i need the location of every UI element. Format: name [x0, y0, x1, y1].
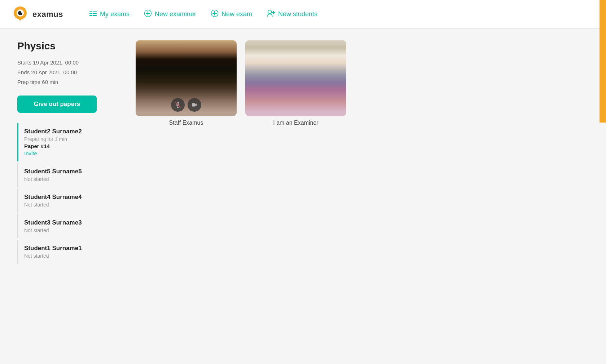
- student-item[interactable]: Student5 Surname5 Not started: [17, 163, 118, 187]
- student-info: Student2 Surname2 Preparing for 1 min Pa…: [24, 128, 82, 156]
- video-label-staff: Staff Examus: [169, 120, 203, 126]
- student-info: Student4 Surname4 Not started: [24, 194, 82, 208]
- video-card-staff: Staff Examus: [136, 40, 237, 126]
- plus-circle-examiner-icon: [144, 9, 152, 19]
- student-item[interactable]: Student3 Surname3 Not started: [17, 214, 118, 238]
- video-box-examiner: [245, 40, 346, 116]
- nav: My exams New examiner New: [83, 6, 323, 22]
- orange-sidebar-bar: [600, 0, 606, 123]
- nav-my-exams-label: My exams: [100, 10, 129, 18]
- student-status: Not started: [24, 176, 82, 182]
- video-grid: Staff Examus I am an Examiner: [136, 40, 589, 126]
- student-invite[interactable]: Invite: [24, 150, 82, 156]
- student-status: Not started: [24, 227, 82, 233]
- video-card-examiner: I am an Examiner: [245, 40, 346, 126]
- nav-new-exam-label: New exam: [221, 10, 252, 18]
- person-plus-icon: [267, 9, 275, 19]
- student-status: Not started: [24, 202, 82, 208]
- nav-new-examiner[interactable]: New examiner: [138, 6, 202, 22]
- video-controls-staff: [171, 98, 201, 112]
- exam-prep-time: Prep time 60 min: [17, 77, 118, 87]
- logo[interactable]: examus: [12, 6, 63, 23]
- student-info: Student3 Surname3 Not started: [24, 219, 82, 233]
- list-icon: [89, 9, 97, 19]
- header: examus My exams: [0, 0, 606, 29]
- student-info: Student1 Surname1 Not started: [24, 245, 82, 259]
- camera-button[interactable]: [188, 98, 201, 112]
- sidebar: Physics Starts 19 Apr 2021, 00:00 Ends 2…: [17, 40, 118, 352]
- logo-text: examus: [32, 10, 63, 19]
- student-list: Student2 Surname2 Preparing for 1 min Pa…: [17, 123, 118, 265]
- video-feed-examiner: [245, 40, 346, 116]
- nav-my-exams[interactable]: My exams: [83, 6, 135, 22]
- video-box-staff: [136, 40, 237, 116]
- student-info: Student5 Surname5 Not started: [24, 168, 82, 182]
- student-status: Preparing for 1 min: [24, 136, 82, 142]
- student-item[interactable]: Student1 Surname1 Not started: [17, 240, 118, 264]
- exam-title: Physics: [17, 40, 118, 52]
- svg-point-16: [268, 10, 272, 14]
- exam-info: Starts 19 Apr 2021, 00:00 Ends 20 Apr 20…: [17, 58, 118, 87]
- nav-new-examiner-label: New examiner: [155, 10, 196, 18]
- student-item[interactable]: Student2 Surname2 Preparing for 1 min Pa…: [17, 123, 118, 161]
- nav-new-exam[interactable]: New exam: [205, 6, 258, 22]
- student-name: Student3 Surname3: [24, 219, 82, 226]
- give-papers-button[interactable]: Give out papers: [17, 96, 97, 113]
- student-item[interactable]: Student4 Surname4 Not started: [17, 188, 118, 213]
- student-name: Student5 Surname5: [24, 168, 82, 175]
- video-label-examiner: I am an Examiner: [273, 120, 318, 126]
- mic-muted-icon: [175, 102, 181, 108]
- student-name: Student4 Surname4: [24, 194, 82, 201]
- student-paper: Paper #14: [24, 143, 82, 149]
- student-status: Not started: [24, 253, 82, 259]
- nav-new-students[interactable]: New students: [261, 6, 323, 22]
- camera-icon: [191, 102, 198, 108]
- video-area: Staff Examus I am an Examiner: [136, 40, 589, 352]
- svg-point-3: [21, 11, 22, 13]
- exam-ends: Ends 20 Apr 2021, 00:00: [17, 67, 118, 77]
- main-content: Physics Starts 19 Apr 2021, 00:00 Ends 2…: [0, 29, 606, 364]
- student-name: Student2 Surname2: [24, 128, 82, 135]
- plus-circle-exam-icon: [211, 9, 219, 19]
- mute-mic-button[interactable]: [171, 98, 185, 112]
- logo-icon: [12, 6, 29, 23]
- student-name: Student1 Surname1: [24, 245, 82, 252]
- exam-starts: Starts 19 Apr 2021, 00:00: [17, 58, 118, 67]
- nav-new-students-label: New students: [278, 10, 317, 18]
